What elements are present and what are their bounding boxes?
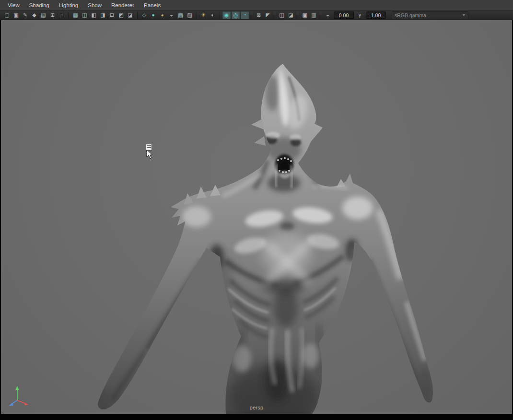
menu-item-renderer[interactable]: Renderer bbox=[106, 1, 139, 10]
select-highlight-icon[interactable]: ◤ bbox=[264, 12, 272, 19]
chevron-down-icon: ▼ bbox=[462, 13, 466, 17]
paste-buffer-icon[interactable]: ◪ bbox=[287, 12, 295, 19]
film-gate-icon[interactable]: ◫ bbox=[81, 12, 89, 19]
view-axis-gizmo bbox=[8, 384, 31, 407]
field-chart-icon[interactable]: ⊡ bbox=[108, 12, 116, 19]
menu-item-shading[interactable]: Shading bbox=[24, 1, 54, 10]
textured-icon[interactable]: ◕ bbox=[158, 12, 166, 19]
panel-menu-bar: ViewShadingLightingShowRendererPanels bbox=[0, 0, 513, 11]
color-chart-icon[interactable]: ▩ bbox=[176, 12, 185, 19]
isolate-select-icon[interactable]: ⊠ bbox=[255, 12, 263, 19]
motion-blur-icon[interactable]: ◎ bbox=[232, 12, 240, 19]
grid-icon[interactable]: ▦ bbox=[71, 12, 80, 19]
resolution-gate-icon[interactable]: ◧ bbox=[90, 12, 98, 19]
view-transform-dropdown[interactable]: sRGB gamma ▼ bbox=[392, 11, 468, 19]
toolbar-icon-group: ▢ ▣ ✎ ◆ ▤ ⊞ ≡ ▦ ◫ ◧ ◨ ⊡ bbox=[2, 12, 318, 19]
menu-item-view[interactable]: View bbox=[3, 1, 24, 10]
wireframe-icon[interactable]: ◇ bbox=[140, 12, 148, 19]
safe-action-icon[interactable]: ◩ bbox=[117, 12, 125, 19]
gamma-icon[interactable]: γ bbox=[356, 12, 364, 19]
window-bottom-edge bbox=[0, 414, 513, 420]
camera-attributes-icon[interactable]: ✎ bbox=[21, 12, 29, 19]
occlusion-icon[interactable]: ◉ bbox=[222, 12, 231, 19]
anti-alias-icon[interactable]: ◔ bbox=[241, 12, 249, 19]
view-transform-label: sRGB gamma bbox=[395, 12, 426, 18]
menu-item-panels[interactable]: Panels bbox=[139, 1, 165, 10]
smooth-shade-icon[interactable]: ● bbox=[149, 12, 157, 19]
gate-mask-icon[interactable]: ◨ bbox=[99, 12, 107, 19]
snapshot-icon[interactable]: ▣ bbox=[301, 12, 309, 19]
maya-panel-window: { "menu_bar": { "items": ["View", "Shadi… bbox=[0, 0, 513, 420]
image-plane-icon[interactable]: ▤ bbox=[39, 12, 47, 19]
gamma-field[interactable] bbox=[366, 12, 386, 19]
checker-icon[interactable]: ▨ bbox=[186, 12, 194, 19]
copy-buffer-icon[interactable]: ◫ bbox=[278, 12, 286, 19]
grease-pencil-icon[interactable]: ≡ bbox=[58, 12, 66, 19]
image-compare-icon[interactable]: ▥ bbox=[310, 12, 318, 19]
creature-model bbox=[1, 20, 512, 414]
lighting-icon[interactable]: ☀ bbox=[199, 12, 208, 19]
exposure-field[interactable] bbox=[334, 12, 354, 19]
lock-camera-icon[interactable]: ▣ bbox=[12, 12, 20, 19]
pan-zoom-icon[interactable]: ⊞ bbox=[48, 12, 57, 19]
select-camera-icon[interactable]: ▢ bbox=[3, 12, 11, 19]
menu-item-show[interactable]: Show bbox=[83, 1, 106, 10]
panel-toolbar: ▢ ▣ ✎ ◆ ▤ ⊞ ≡ ▦ ◫ ◧ ◨ ⊡ bbox=[0, 11, 513, 20]
exposure-icon[interactable]: ◒ bbox=[324, 12, 332, 19]
viewport-persp[interactable]: persp bbox=[1, 20, 512, 414]
use-default-material-icon[interactable]: ◒ bbox=[167, 12, 175, 19]
bookmark-icon[interactable]: ◆ bbox=[30, 12, 38, 19]
shadows-icon[interactable]: ◐ bbox=[209, 12, 217, 19]
safe-title-icon[interactable]: ◪ bbox=[126, 12, 134, 19]
menu-item-lighting[interactable]: Lighting bbox=[54, 1, 83, 10]
